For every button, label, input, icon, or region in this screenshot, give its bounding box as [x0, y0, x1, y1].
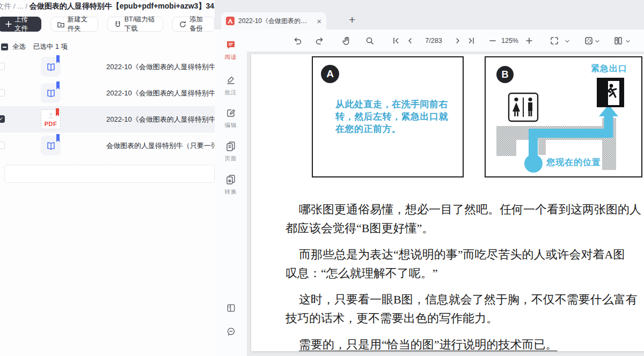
first-page-icon[interactable] — [391, 35, 401, 46]
sidebar-item-label: 编辑 — [215, 122, 247, 129]
select-all-checkbox[interactable] — [1, 43, 8, 50]
viewer-sidebar: 阅读 批注 编辑 页面 — [215, 29, 247, 356]
figure-panel-a: A 从此处直走，在洗手间前右 转，然后左转，紧急出口就 在您的正前方。 — [312, 56, 464, 177]
chevron-down-icon[interactable] — [625, 39, 631, 44]
select-all-label[interactable]: 全选 — [12, 42, 26, 51]
ebook-file-icon — [41, 83, 61, 103]
page-indicator[interactable]: 7/283 — [418, 37, 450, 44]
bookmark-ribbon-icon — [56, 81, 60, 88]
read-icon — [225, 39, 236, 50]
sidebar-item-label: 阅读 — [215, 54, 247, 61]
panel-a-letter: A — [321, 65, 339, 83]
paragraph: 而那些总是为表达“想说明的事”而吃尽苦头的人或许会对着A图 叹息：“怎么就理解不… — [286, 245, 644, 283]
selection-bar: 全选 已选中 1 项 — [1, 42, 68, 51]
sidebar-item-label: 批注 — [215, 89, 247, 97]
breadcrumb-path[interactable]: 文件 / ... / — [0, 2, 30, 10]
new-folder-label: 新建文件夹 — [68, 15, 92, 33]
previous-page-icon[interactable] — [405, 35, 415, 46]
current-location-label: 您现在的位置 — [546, 157, 601, 168]
panel-a-text: 从此处直走，在洗手间前右 转，然后左转，紧急出口就 在您的正前方。 — [335, 98, 448, 135]
bookmark-ribbon-icon — [56, 108, 59, 115]
ebook-file-icon — [41, 136, 61, 155]
highlighter-icon — [225, 75, 236, 85]
pdf-label: PDF — [41, 121, 60, 127]
toggle-panel-button[interactable] — [215, 303, 247, 315]
file-name[interactable]: 2022-10《会做图表的人显得特别牛》.pdf上次 — [106, 106, 215, 132]
sidebar-item-pages[interactable]: 页面 — [215, 140, 247, 162]
breadcrumb[interactable]: 文件 / ... / 会做图表的人显得特别牛【epub+pdf+mobi+azw… — [0, 2, 222, 11]
page-view-icon[interactable] — [583, 35, 594, 46]
file-row-pdf-selected[interactable]: PDF 2022-10《会做图表的人显得特别牛》.pdf上次 — [0, 106, 215, 132]
sidebar-item-read[interactable]: 阅读 — [215, 39, 247, 61]
search-icon[interactable] — [364, 35, 375, 46]
next-page-icon[interactable] — [452, 35, 463, 46]
bt-magnet-download-button[interactable]: BT/磁力链下载 — [107, 17, 163, 32]
paragraph: 哪张图更通俗易懂，想必一目了然吧。任何一个看到这两张图的人 都应该会觉得“B图更… — [286, 200, 644, 238]
edit-icon — [225, 107, 236, 118]
pdf-page: A 从此处直走，在洗手间前右 转，然后左转，紧急出口就 在您的正前方。 — [251, 54, 644, 351]
exit-sign-icon — [597, 78, 624, 107]
file-list: 2022-10《会做图表的人显得特别牛》.epub 2022-10《会做图表的人… — [0, 54, 215, 159]
bt-download-label: BT/磁力链下载 — [125, 15, 157, 33]
row-checkbox[interactable] — [0, 142, 5, 149]
hand-tool-icon[interactable] — [341, 35, 352, 46]
paragraph: 这时，只要看一眼B图，信息就会了然于胸，不仅不需要什么富有 技巧的话术，更不需要… — [286, 290, 644, 328]
magnet-icon — [114, 20, 122, 28]
upload-button[interactable]: 上传文件 — [0, 17, 41, 32]
comment-bubble-icon — [226, 327, 236, 337]
pages-icon — [225, 140, 236, 151]
ebook-file-icon — [41, 57, 61, 77]
file-name[interactable]: 会做图表的人显得特别牛（只要一张纸、一支笔，任何人都能做出清晰图表 — [106, 132, 215, 159]
bookmark-ribbon-icon — [56, 55, 60, 62]
chevron-down-icon[interactable] — [595, 39, 600, 44]
new-folder-button[interactable]: 新建文件夹 — [50, 17, 98, 32]
restroom-sign-icon — [509, 93, 538, 121]
drop-zone[interactable] — [4, 165, 215, 183]
feedback-button[interactable] — [215, 327, 247, 339]
bookmark-ribbon-icon — [56, 134, 60, 140]
page-layout-icon[interactable] — [613, 35, 624, 46]
zoom-in-icon[interactable] — [524, 35, 535, 46]
chevron-down-icon[interactable] — [565, 39, 570, 44]
plus-icon — [5, 21, 12, 27]
refresh-icon — [179, 20, 187, 28]
fit-screen-icon[interactable] — [549, 35, 560, 46]
exit-label: 紧急出口 — [591, 63, 627, 75]
drive-toolbar: 上传文件 新建文件夹 BT/磁力链下载 添加备份 — [0, 17, 215, 32]
row-checkbox-checked[interactable] — [0, 115, 5, 123]
pdf-file-icon: PDF — [41, 109, 61, 129]
paragraph-underlined: 需要的，只是用“恰当的图”进行说明的技术而已。 — [286, 335, 644, 351]
viewer-toolbar: 7/283 125% — [247, 29, 644, 52]
row-checkbox[interactable] — [0, 89, 5, 97]
figure-panel-b: B 紧急出口 您现在的位置 — [485, 56, 642, 177]
breadcrumb-current-folder: 会做图表的人显得特别牛【epub+pdf+mobi+azw3】34.2MB — [30, 2, 222, 10]
corridor-wall-left — [496, 140, 516, 156]
pdf-app-icon — [226, 17, 235, 25]
zoom-level[interactable]: 125% — [495, 37, 525, 44]
screen: 文件 / ... / 会做图表的人显得特别牛【epub+pdf+mobi+azw… — [0, 0, 644, 356]
panel-b-letter: B — [496, 66, 514, 83]
row-checkbox[interactable] — [0, 63, 5, 70]
tab-bar: 2022-10《会做图表的人显得… × + — [215, 0, 644, 29]
undo-icon[interactable] — [292, 35, 303, 46]
file-name[interactable]: 2022-10《会做图表的人显得特别牛》.mobi — [106, 80, 215, 106]
file-name[interactable]: 2022-10《会做图表的人显得特别牛》.epub — [106, 54, 215, 80]
current-location-dot — [524, 154, 543, 173]
file-row-book[interactable]: 会做图表的人显得特别牛（只要一张纸、一支笔，任何人都能做出清晰图表 — [0, 132, 215, 159]
last-page-icon[interactable] — [466, 35, 477, 46]
sidebar-item-annotate[interactable]: 批注 — [215, 75, 247, 97]
sidebar-item-edit[interactable]: 编辑 — [215, 107, 247, 129]
document-tab[interactable]: 2022-10《会做图表的人显得… × — [221, 12, 326, 29]
upload-button-label: 上传文件 — [14, 15, 34, 33]
new-tab-button[interactable]: + — [349, 13, 355, 26]
document-area[interactable]: A 从此处直走，在洗手间前右 转，然后左转，紧急出口就 在您的正前方。 — [247, 52, 644, 356]
add-backup-button[interactable]: 添加备份 — [172, 17, 215, 32]
tab-close-icon[interactable]: × — [317, 17, 321, 25]
redo-icon[interactable] — [314, 35, 325, 46]
folder-plus-icon — [57, 20, 65, 28]
side-panel-icon — [226, 303, 236, 313]
file-row-mobi[interactable]: 2022-10《会做图表的人显得特别牛》.mobi — [0, 80, 215, 106]
file-row-epub[interactable]: 2022-10《会做图表的人显得特别牛》.epub — [0, 54, 215, 80]
sidebar-item-convert[interactable]: 转换 — [215, 174, 247, 196]
corridor-wall-right — [538, 140, 546, 155]
